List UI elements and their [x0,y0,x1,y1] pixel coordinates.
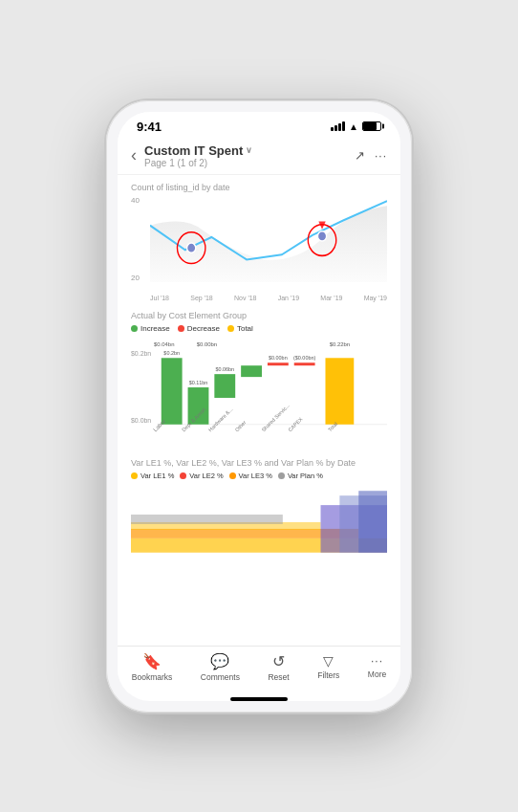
y-axis: 40 20 [131,196,146,282]
chart-svg-area [150,196,387,282]
line-chart-svg [150,196,387,282]
svg-rect-7 [162,358,183,424]
svg-text:$0.22bn: $0.22bn [330,341,350,347]
waterfall-svg: $0.2bn $0.0bn $0.04bn $0.00bn $0.22bn La… [131,339,387,449]
legend-var-plan: Var Plan % [278,472,323,480]
bookmarks-icon: 🔖 [142,652,162,670]
legend-increase: Increase [131,324,170,333]
svg-text:$0.04bn: $0.04bn [154,341,174,347]
nav-more[interactable]: ··· More [368,654,386,679]
waterfall-chart-label: Actual by Cost Element Group [131,311,387,320]
legend-total: Total [227,324,253,333]
stacked-bar-svg [131,486,387,553]
svg-rect-32 [358,491,387,553]
bottom-chart-legend: Var LE1 % Var LE2 % Var LE3 % Var Plan % [131,472,387,480]
svg-text:$0.0bn: $0.0bn [131,416,151,423]
legend-dot-increase [131,325,138,332]
wifi-icon: ▲ [349,121,358,132]
waterfall-chart-section: Actual by Cost Element Group Increase De… [131,311,387,449]
bottom-chart-label: Var LE1 %, Var LE2 %, Var LE3 % and Var … [131,458,387,468]
comments-label: Comments [201,672,240,682]
line-chart-section: Count of listing_id by date 40 20 [131,183,387,301]
more-button[interactable]: ··· [375,149,387,163]
legend-var-le1: Var LE1 % [131,472,174,480]
bookmarks-label: Bookmarks [132,672,173,682]
reset-label: Reset [268,672,289,682]
battery-icon [362,121,381,131]
svg-text:$0.06bn: $0.06bn [215,366,234,372]
nav-bookmarks[interactable]: 🔖 Bookmarks [132,652,173,682]
header-title: Custom IT Spent ∨ [144,143,355,158]
svg-rect-18 [268,362,289,365]
svg-text:$0.00bn: $0.00bn [269,355,288,361]
filters-icon: ▽ [323,653,334,669]
signal-icon [331,121,345,131]
header-actions: ↗ ··· [355,148,387,163]
legend-var-le3: Var LE3 % [229,472,272,480]
dot-var-le2 [180,472,186,479]
status-bar: 9:41 ▲ [118,112,400,138]
expand-button[interactable]: ↗ [355,148,365,163]
x-axis-labels: Jul '18 Sep '18 Nov '18 Jan '19 Mar '19 … [150,295,387,301]
svg-text:($0.00bn): ($0.00bn) [293,355,315,361]
svg-text:Other: Other [234,419,248,432]
filters-label: Filters [317,670,339,680]
reset-icon: ↺ [272,652,285,670]
svg-rect-16 [241,365,262,377]
more-nav-icon: ··· [371,654,383,668]
more-label: More [368,669,386,679]
legend-decrease: Decrease [178,324,220,333]
nav-comments[interactable]: 💬 Comments [201,652,240,682]
svg-text:Hardware &...: Hardware &... [207,406,234,432]
phone-screen: 9:41 ▲ ‹ Custom IT Spent ∨ [118,112,400,701]
waterfall-chart-area: $0.2bn $0.0bn $0.04bn $0.00bn $0.22bn La… [131,339,387,449]
header-subtitle: Page 1 (1 of 2) [144,158,355,168]
back-button[interactable]: ‹ [131,145,137,165]
svg-rect-21 [294,362,315,365]
data-point-1 [187,243,196,252]
title-chevron[interactable]: ∨ [246,145,252,155]
svg-text:$0.00bn: $0.00bn [197,341,217,347]
svg-text:Labor: Labor [152,418,166,432]
svg-rect-24 [325,358,354,424]
home-indicator [230,697,288,701]
header-title-group: Custom IT Spent ∨ Page 1 (1 of 2) [144,143,355,168]
legend-dot-total [227,325,234,332]
status-icons: ▲ [331,121,381,132]
status-time: 9:41 [137,120,162,134]
stacked-bar-chart [131,486,387,553]
data-point-2 [317,230,326,240]
svg-text:$0.11bn: $0.11bn [189,380,208,385]
app-header: ‹ Custom IT Spent ∨ Page 1 (1 of 2) ↗ ··… [118,138,400,175]
nav-reset[interactable]: ↺ Reset [268,652,289,682]
svg-rect-13 [214,374,235,398]
svg-rect-29 [131,515,283,524]
nav-filters[interactable]: ▽ Filters [317,653,339,680]
legend-var-le2: Var LE2 % [180,472,223,480]
line-chart-container[interactable]: 40 20 [131,196,387,301]
dot-var-le3 [229,472,236,479]
main-content: Count of listing_id by date 40 20 [118,175,400,646]
legend-dot-decrease [178,325,184,332]
dot-var-le1 [131,472,138,479]
bottom-nav: 🔖 Bookmarks 💬 Comments ↺ Reset ▽ Filters… [118,646,400,693]
phone-device: 9:41 ▲ ‹ Custom IT Spent ∨ [106,100,412,713]
line-chart-label: Count of listing_id by date [131,183,387,192]
dot-var-plan [278,472,285,479]
svg-text:$0.2bn: $0.2bn [131,350,151,357]
svg-text:$0.2bn: $0.2bn [163,350,180,356]
bottom-chart-section: Var LE1 %, Var LE2 %, Var LE3 % and Var … [131,458,387,553]
waterfall-legend: Increase Decrease Total [131,324,387,333]
comments-icon: 💬 [210,652,229,670]
